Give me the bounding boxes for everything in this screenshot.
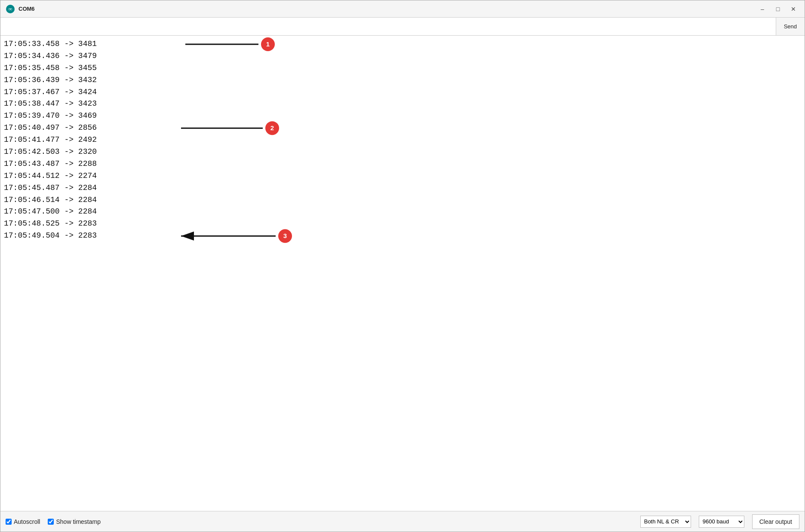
output-line: 17:05:46.514 -> 2284 — [4, 194, 801, 206]
output-line: 17:05:43.487 -> 2288 — [4, 158, 801, 170]
output-line: 17:05:39.470 -> 3469 — [4, 110, 801, 122]
output-line: 17:05:37.467 -> 3424 — [4, 86, 801, 98]
output-line: 17:05:49.504 -> 2283 — [4, 230, 801, 242]
clear-output-button[interactable]: Clear output — [752, 514, 799, 529]
output-line: 17:05:47.500 -> 2284 — [4, 206, 801, 218]
output-line: 17:05:42.503 -> 2320 — [4, 146, 801, 158]
output-line: 17:05:40.497 -> 2856 — [4, 122, 801, 134]
arduino-serial-monitor-window: ∞ COM6 – □ ✕ Send 17:05:33.458 -> 348117… — [0, 0, 805, 532]
svg-text:∞: ∞ — [8, 6, 12, 12]
output-line: 17:05:45.487 -> 2284 — [4, 182, 801, 194]
title-bar: ∞ COM6 – □ ✕ — [0, 0, 805, 18]
send-bar: Send — [0, 18, 805, 36]
show-timestamp-checkbox-label[interactable]: Show timestamp — [48, 518, 100, 525]
status-bar: Autoscroll Show timestamp No line ending… — [0, 511, 805, 532]
maximize-button[interactable]: □ — [772, 4, 784, 14]
send-input[interactable] — [0, 18, 776, 35]
output-line: 17:05:36.439 -> 3432 — [4, 74, 801, 86]
window-title: COM6 — [18, 6, 756, 12]
output-line: 17:05:48.525 -> 2283 — [4, 218, 801, 230]
window-controls: – □ ✕ — [756, 4, 799, 14]
send-button[interactable]: Send — [776, 18, 805, 35]
output-lines: 17:05:33.458 -> 348117:05:34.436 -> 3479… — [4, 38, 801, 242]
autoscroll-label: Autoscroll — [14, 518, 40, 525]
show-timestamp-label: Show timestamp — [56, 518, 100, 525]
output-line: 17:05:38.447 -> 3423 — [4, 98, 801, 110]
output-line: 17:05:35.458 -> 3455 — [4, 62, 801, 74]
show-timestamp-checkbox[interactable] — [48, 519, 54, 525]
minimize-button[interactable]: – — [756, 4, 768, 14]
output-line: 17:05:34.436 -> 3479 — [4, 50, 801, 62]
arduino-logo: ∞ — [6, 4, 15, 14]
baud-rate-select[interactable]: 300 baud1200 baud2400 baud4800 baud9600 … — [699, 516, 744, 528]
autoscroll-checkbox[interactable] — [6, 519, 12, 525]
line-ending-select[interactable]: No line endingNewlineCarriage returnBoth… — [640, 516, 691, 528]
autoscroll-checkbox-label[interactable]: Autoscroll — [6, 518, 40, 525]
output-line: 17:05:33.458 -> 3481 — [4, 38, 801, 50]
output-area: 17:05:33.458 -> 348117:05:34.436 -> 3479… — [0, 36, 805, 511]
close-button[interactable]: ✕ — [787, 4, 799, 14]
output-line: 17:05:44.512 -> 2274 — [4, 170, 801, 182]
output-line: 17:05:41.477 -> 2492 — [4, 134, 801, 146]
